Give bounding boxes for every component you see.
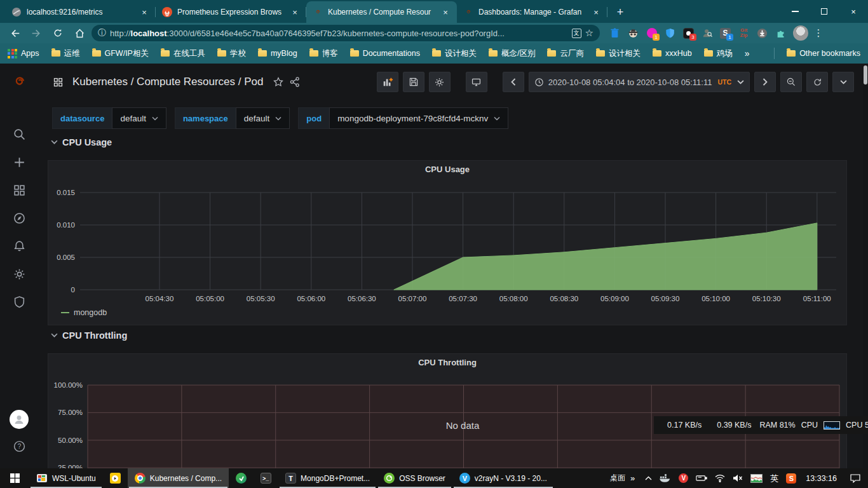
page-info-icon[interactable]: ⓘ	[98, 27, 106, 39]
traffic-monitor-widget[interactable]: 0.17 KB/s 0.39 KB/s RAM 81% CPU CPU 50°C	[654, 416, 868, 434]
adguard-extension-icon[interactable]	[661, 25, 679, 41]
ime-indicator[interactable]: 英	[766, 468, 782, 488]
puzzle-extension-icon[interactable]	[772, 25, 789, 41]
user-avatar[interactable]	[10, 410, 29, 429]
home-icon[interactable]	[70, 25, 89, 41]
star-icon[interactable]	[270, 74, 287, 90]
tab-close-icon[interactable]: ×	[290, 8, 300, 17]
window-maximize-button[interactable]	[810, 0, 839, 23]
bookmark-folder[interactable]: 云厂商	[547, 48, 584, 59]
taskbar-item-potplayer[interactable]	[103, 468, 128, 488]
bookmark-folder[interactable]: 博客	[309, 48, 338, 59]
add-icon[interactable]	[12, 155, 26, 169]
volume-muted-icon[interactable]	[729, 468, 747, 488]
bookmark-folder[interactable]: 概念/区别	[489, 48, 535, 59]
time-range-picker[interactable]: 2020-10-08 05:04:04 to 2020-10-08 05:11:…	[529, 72, 750, 92]
bookmark-folder[interactable]: GFW/IP相关	[92, 48, 149, 59]
taskbar-item-oss-browser[interactable]: OSS Browser	[377, 468, 452, 488]
bookmark-folder[interactable]: 设计相关	[596, 48, 641, 59]
tab-close-icon[interactable]: ×	[440, 8, 451, 17]
taskbar-item-v2rayn[interactable]: V v2rayN - V3.19 - 20...	[452, 468, 554, 488]
reload-icon[interactable]	[48, 25, 67, 41]
window-close-button[interactable]: ×	[839, 0, 868, 23]
server-admin-shield-icon[interactable]	[12, 295, 26, 309]
bookmark-folder[interactable]: 学校	[217, 48, 246, 59]
start-button[interactable]	[0, 468, 29, 488]
session-extension-icon[interactable]: S1	[717, 25, 734, 41]
back-icon[interactable]	[5, 25, 24, 41]
taskbar-item-idm[interactable]	[229, 468, 254, 488]
bookmark-folder[interactable]: xxxHub	[653, 49, 692, 58]
bookmark-folder[interactable]: 运维	[51, 48, 80, 59]
refresh-interval-dropdown[interactable]	[832, 72, 854, 92]
dashboard-grid-icon[interactable]	[50, 74, 66, 90]
wifi-icon[interactable]	[711, 468, 729, 488]
downloader-extension-icon[interactable]	[754, 25, 771, 41]
docker-whale-icon[interactable]	[656, 468, 675, 488]
help-icon[interactable]: ?	[12, 439, 26, 453]
incognito-extension-icon[interactable]	[625, 25, 642, 41]
tray-clock[interactable]: 13:33:16	[800, 468, 843, 488]
dark-box-extension-icon[interactable]: 3	[680, 25, 697, 41]
tab-close-icon[interactable]: ×	[139, 8, 149, 17]
bookmark-folder[interactable]: 鸡场	[704, 48, 733, 59]
section-cpu-usage[interactable]: CPU Usage	[51, 137, 112, 147]
tab-grafana-manage[interactable]: Dashboards: Manage - Grafan ×	[457, 1, 607, 23]
search-icon[interactable]	[12, 127, 26, 141]
bookmark-apps[interactable]: Apps	[8, 49, 39, 58]
profile-avatar[interactable]	[792, 25, 809, 41]
bookmark-folder[interactable]: 在线工具	[161, 48, 205, 59]
tab-prometheus[interactable]: Prometheus Expression Brows ×	[156, 1, 306, 23]
time-back-button[interactable]	[503, 72, 524, 92]
v2ray-tray-icon[interactable]: V	[675, 468, 692, 488]
bookmark-folder[interactable]: 设计相关	[432, 48, 477, 59]
browser-menu-icon[interactable]: ⋮	[811, 25, 825, 41]
action-center-icon[interactable]	[843, 468, 868, 488]
traffic-monitor-tray-graph[interactable]	[747, 468, 766, 488]
datasource-select[interactable]: default	[112, 107, 166, 129]
legend-item-mongodb[interactable]: mongodb	[61, 308, 107, 317]
address-bar[interactable]: ⓘ http://localhost:3000/d/6581e46e4e5c7b…	[92, 25, 600, 41]
sogou-icon[interactable]: S	[782, 468, 800, 488]
bookmark-folder[interactable]: myBlog	[258, 49, 297, 58]
taskbar-item-terminal[interactable]: >_	[254, 468, 278, 488]
dashboard-title[interactable]: Kubernetes / Compute Resources / Pod	[72, 76, 264, 88]
tab-localhost-metrics[interactable]: localhost:9216/metrics ×	[5, 1, 156, 23]
explore-compass-icon[interactable]	[12, 211, 26, 225]
grafana-logo-icon[interactable]	[7, 70, 31, 94]
trash-extension-icon[interactable]	[606, 25, 623, 41]
panel-title[interactable]: CPU Usage	[48, 161, 846, 179]
battery-icon[interactable]	[692, 468, 711, 488]
tab-close-icon[interactable]: ×	[591, 8, 601, 17]
forward-icon[interactable]	[27, 25, 46, 41]
pod-select[interactable]: mongodb-deployment-79c8fcfd4-mcknv	[329, 107, 508, 129]
panel-title[interactable]: CPU Throttling	[48, 354, 846, 372]
gitzip-extension-icon[interactable]: GitZip	[735, 25, 752, 41]
share-icon[interactable]	[287, 74, 303, 90]
new-tab-button[interactable]: +	[611, 3, 629, 21]
namespace-select[interactable]: default	[236, 107, 290, 129]
window-minimize-button[interactable]	[780, 0, 810, 23]
dashboard-settings-button[interactable]	[429, 72, 451, 92]
dashboards-icon[interactable]	[12, 183, 26, 197]
add-panel-button[interactable]	[377, 72, 398, 92]
tv-mode-button[interactable]	[466, 72, 487, 92]
desktop-toolbar[interactable]: 桌面 »	[604, 473, 641, 484]
zoom-out-button[interactable]	[780, 72, 802, 92]
tray-expand-chevron[interactable]	[641, 468, 656, 488]
taskbar-item-chrome-kubernetes[interactable]: Kubernetes / Comp...	[128, 468, 229, 488]
bookmarks-overflow-chevron[interactable]: »	[745, 48, 750, 58]
taskbar-item-typora[interactable]: T MongoDB+Promet...	[278, 468, 377, 488]
taskbar-item-wsl-ubuntu[interactable]: WSL-Ubuntu	[29, 468, 103, 488]
people-search-extension-icon[interactable]	[698, 25, 715, 41]
time-forward-button[interactable]	[754, 72, 776, 92]
translate-icon[interactable]: 文	[572, 29, 581, 38]
save-dashboard-button[interactable]	[403, 72, 424, 92]
alerting-bell-icon[interactable]	[12, 239, 26, 253]
refresh-button[interactable]	[806, 72, 828, 92]
configuration-gear-icon[interactable]	[12, 267, 26, 281]
scrollbar-thumb[interactable]	[864, 65, 867, 85]
tab-grafana-dashboard-active[interactable]: Kubernetes / Compute Resour ×	[306, 1, 457, 23]
section-cpu-throttling[interactable]: CPU Throttling	[51, 330, 127, 341]
other-bookmarks[interactable]: Other bookmarks	[787, 49, 860, 58]
